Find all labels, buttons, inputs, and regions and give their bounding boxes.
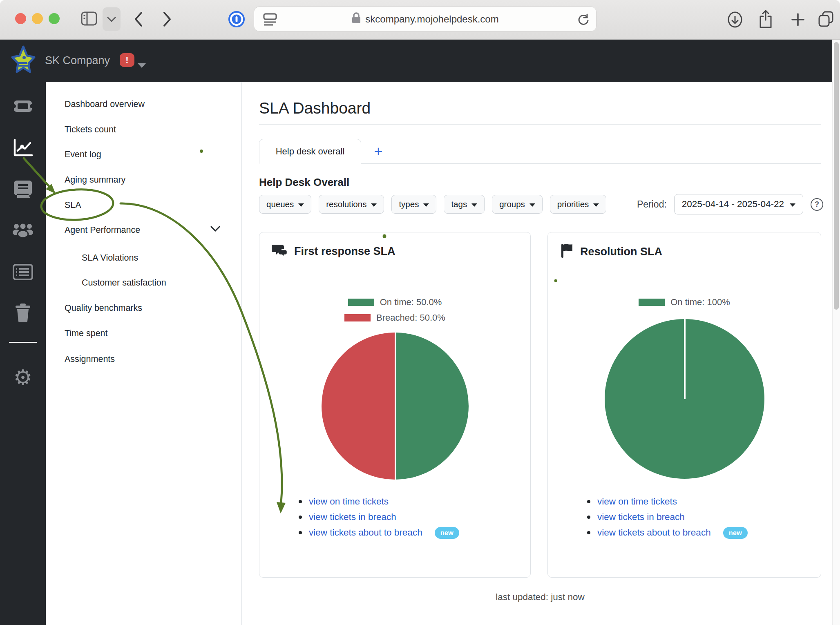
knowledge-base-icon[interactable] xyxy=(0,179,46,198)
settings-gear-icon[interactable]: ⚙ xyxy=(0,368,46,387)
bullet xyxy=(299,516,302,519)
legend-label-on-time: On time: 50.0% xyxy=(380,297,442,308)
pie-legend: On time: 100% xyxy=(548,297,821,308)
legend-swatch-breached xyxy=(344,314,371,321)
sla-cards: First response SLA On time: 50.0% Breach… xyxy=(259,232,821,578)
sidebar-item-sla[interactable]: SLA xyxy=(65,199,81,211)
bullet xyxy=(587,500,590,503)
filter-queues[interactable]: queues xyxy=(259,195,311,214)
sidebar-item-aging-summary[interactable]: Aging summary xyxy=(65,174,125,186)
period-help-icon[interactable]: ? xyxy=(811,198,823,211)
view-tickets-about-to-breach-link[interactable]: view tickets about to breach xyxy=(597,527,711,538)
filter-bar: queues resolutions types tags groups pri… xyxy=(259,195,606,214)
reload-icon[interactable] xyxy=(577,13,590,28)
mojo-helpdesk-logo[interactable] xyxy=(11,45,36,78)
users-icon[interactable] xyxy=(0,221,46,239)
reports-sidebar: Dashboard overview Tickets count Event l… xyxy=(46,82,242,625)
view-on-time-tickets-link[interactable]: view on time tickets xyxy=(309,496,389,507)
dropdown-caret-icon xyxy=(371,203,377,207)
resolution-sla-card: Resolution SLA On time: 100% view on tim… xyxy=(547,232,821,578)
first-response-sla-card: First response SLA On time: 50.0% Breach… xyxy=(259,232,531,578)
tickets-icon[interactable] xyxy=(0,97,46,116)
card-title: Resolution SLA xyxy=(580,246,662,258)
sidebar-item-agent-performance[interactable]: Agent Performance xyxy=(65,224,140,236)
filter-resolutions[interactable]: resolutions xyxy=(319,195,384,214)
legend-swatch-on-time xyxy=(639,299,665,306)
new-badge: new xyxy=(435,527,459,539)
share-icon[interactable] xyxy=(758,10,773,30)
period-control: Period: 2025-04-14 - 2025-04-22 ? xyxy=(637,194,823,214)
dropdown-caret-icon xyxy=(593,203,599,207)
dropdown-caret-icon xyxy=(298,203,304,207)
title-divider xyxy=(259,124,821,125)
forms-list-icon[interactable] xyxy=(0,263,46,281)
reports-chart-icon[interactable] xyxy=(0,138,46,157)
resolution-pie-chart xyxy=(605,319,764,479)
pie-slice-divider xyxy=(395,333,396,480)
page-title: SLA Dashboard xyxy=(259,99,371,117)
period-dropdown[interactable]: 2025-04-14 - 2025-04-22 xyxy=(674,194,803,214)
filter-priorities[interactable]: priorities xyxy=(550,195,606,214)
icon-rail: ⚙ xyxy=(0,82,46,625)
view-tickets-in-breach-link[interactable]: view tickets in breach xyxy=(597,512,685,522)
company-menu-caret-icon[interactable] xyxy=(138,63,146,68)
new-badge: new xyxy=(723,527,748,539)
filter-tags[interactable]: tags xyxy=(444,195,485,214)
ticket-links: view on time tickets view tickets in bre… xyxy=(299,496,459,538)
forward-button[interactable] xyxy=(163,11,172,29)
rail-divider xyxy=(9,342,37,343)
first-response-pie-chart xyxy=(322,333,469,480)
url-text[interactable]: skcompany.mojohelpdesk.com xyxy=(365,13,498,25)
downloads-icon[interactable] xyxy=(727,11,743,30)
sidebar-item-assignments[interactable]: Assignments xyxy=(65,353,115,365)
window-minimize-button[interactable] xyxy=(32,13,43,24)
bullet xyxy=(587,531,590,534)
main-content: SLA Dashboard Help desk overall + Help D… xyxy=(242,82,832,625)
legend-label-on-time: On time: 100% xyxy=(670,297,730,308)
add-tab-button[interactable]: + xyxy=(369,143,387,161)
dropdown-caret-icon xyxy=(790,203,795,207)
section-title: Help Desk Overall xyxy=(259,176,349,189)
sidebar-item-dashboard-overview[interactable]: Dashboard overview xyxy=(65,98,145,110)
dropdown-caret-icon xyxy=(471,203,477,207)
sidebar-item-time-spent[interactable]: Time spent xyxy=(65,327,108,339)
filter-types[interactable]: types xyxy=(391,195,436,214)
company-name[interactable]: SK Company xyxy=(45,54,110,67)
back-button[interactable] xyxy=(134,11,143,29)
filter-groups[interactable]: groups xyxy=(492,195,543,214)
password-extension-icon[interactable] xyxy=(228,11,245,29)
address-bar[interactable]: skcompany.mojohelpdesk.com xyxy=(254,7,596,31)
scrollbar-track[interactable] xyxy=(832,40,840,625)
new-tab-icon[interactable] xyxy=(791,13,805,28)
tls-lock-icon xyxy=(351,12,361,27)
sidebar-item-sla-violations[interactable]: SLA Violations xyxy=(82,252,138,264)
period-label: Period: xyxy=(637,199,667,210)
tab-overview-icon[interactable] xyxy=(817,10,835,30)
dropdown-caret-icon xyxy=(423,203,429,207)
scrollbar-thumb[interactable] xyxy=(834,42,839,310)
sidebar-menu-chevron-button[interactable] xyxy=(103,7,121,31)
trash-icon[interactable] xyxy=(0,304,46,322)
alert-badge[interactable]: ! xyxy=(120,53,134,67)
browser-toolbar: skcompany.mojohelpdesk.com xyxy=(0,0,840,40)
pie-legend: On time: 50.0% Breached: 50.0% xyxy=(259,297,530,323)
sidebar-item-event-log[interactable]: Event log xyxy=(65,148,101,161)
card-title: First response SLA xyxy=(294,245,395,258)
legend-label-breached: Breached: 50.0% xyxy=(376,312,445,323)
last-updated-text: last updated: just now xyxy=(259,592,821,603)
sidebar-item-tickets-count[interactable]: Tickets count xyxy=(65,123,116,136)
sidebar-item-quality-benchmarks[interactable]: Quality benchmarks xyxy=(65,302,142,314)
flag-icon xyxy=(560,243,574,260)
tab-help-desk-overall[interactable]: Help desk overall xyxy=(259,139,361,164)
bullet xyxy=(299,500,302,503)
sidebar-item-customer-satisfaction[interactable]: Customer satisfaction xyxy=(82,277,166,289)
pie-slice-divider xyxy=(684,319,686,399)
window-close-button[interactable] xyxy=(15,13,26,24)
chat-bubbles-icon xyxy=(272,243,288,259)
view-tickets-about-to-breach-link[interactable]: view tickets about to breach xyxy=(309,527,422,538)
sidebar-toggle-icon[interactable] xyxy=(81,11,97,28)
view-tickets-in-breach-link[interactable]: view tickets in breach xyxy=(309,512,396,522)
chevron-down-icon[interactable] xyxy=(210,226,220,233)
view-on-time-tickets-link[interactable]: view on time tickets xyxy=(597,496,677,507)
window-zoom-button[interactable] xyxy=(49,13,60,24)
